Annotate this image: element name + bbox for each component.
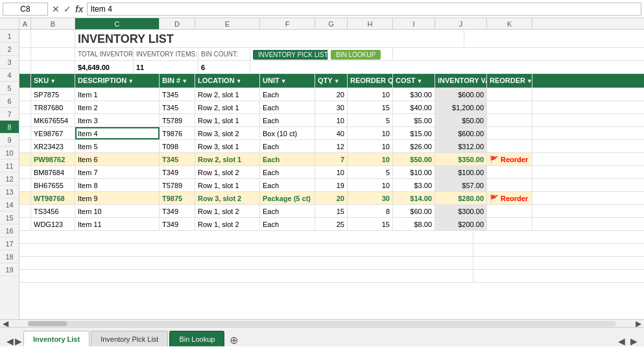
bin-dropdown-icon[interactable]: ▼ (182, 78, 187, 84)
cell-a-2[interactable] (19, 114, 31, 126)
cell-reorder-8[interactable]: 🚩 Reorder (487, 192, 532, 204)
col-header-b[interactable]: B (31, 18, 75, 29)
cell-bin-9[interactable]: T349 (160, 205, 195, 217)
cell-bin-1[interactable]: T345 (160, 101, 195, 113)
cell-bin-2[interactable]: T5789 (160, 114, 195, 126)
cell-cost-0[interactable]: $30.00 (393, 88, 435, 101)
data-row-3[interactable]: MK676554 Item 3 T5789 Row 1, slot 1 Each… (19, 114, 644, 127)
cell-cost-6[interactable]: $10.00 (393, 166, 435, 178)
cell-qty-10[interactable]: 25 (315, 218, 348, 230)
inv-pick-list-button[interactable]: INVENTORY PICK LIST (253, 50, 328, 60)
cell-loc-2[interactable]: Row 1, slot 1 (195, 114, 260, 126)
col-header-f[interactable]: F (260, 18, 315, 29)
cell-qty-9[interactable]: 15 (315, 205, 348, 217)
cell-a2[interactable] (19, 48, 31, 60)
cell-qty-5[interactable]: 7 (315, 153, 348, 165)
tab-inventory-pick-list[interactable]: Inventory Pick List (91, 331, 168, 346)
cell-reference[interactable] (3, 3, 48, 16)
cell-unit-2[interactable]: Each (260, 114, 315, 126)
col-header-g[interactable]: G (315, 18, 348, 29)
cell-sku-8[interactable]: WT98768 (31, 192, 75, 204)
cell-sku-9[interactable]: TS3456 (31, 205, 75, 217)
scrollbar-track[interactable] (28, 321, 616, 326)
data-row-5[interactable]: XR23423 Item 5 T098 Row 3, slot 1 Each 1… (19, 140, 644, 153)
cell-desc-9[interactable]: Item 10 (75, 205, 160, 217)
col-header-a[interactable]: A (19, 18, 31, 29)
cell-bin-8[interactable]: T9875 (160, 192, 195, 204)
cell-a-7[interactable] (19, 179, 31, 191)
cell-unit-1[interactable]: Each (260, 101, 315, 113)
cell-reorder-4[interactable] (487, 140, 532, 152)
cell-a-3[interactable] (19, 127, 31, 139)
cell-desc-10[interactable]: Item 11 (75, 218, 160, 230)
tab-nav-prev[interactable]: ◀ (6, 336, 14, 346)
cell-loc-8[interactable]: Row 3, slot 2 (195, 192, 260, 204)
cell-cost-1[interactable]: $40.00 (393, 101, 435, 113)
cell-cost-2[interactable]: $5.00 (393, 114, 435, 126)
cell-sku-5[interactable]: PW98762 (31, 153, 75, 165)
col-header-j[interactable]: J (435, 18, 487, 29)
cell-a-4[interactable] (19, 140, 31, 152)
cell-invvalue-0[interactable]: $600.00 (435, 88, 487, 101)
horizontal-scrollbar[interactable]: ◀ ▶ (0, 319, 644, 327)
inv-pick-list-btn-cell[interactable]: INVENTORY PICK LIST (250, 48, 328, 60)
loc-dropdown-icon[interactable]: ▼ (236, 78, 242, 84)
cell-reorderqty-3[interactable]: 10 (348, 127, 393, 139)
data-row-2[interactable]: TR87680 Item 2 T345 Row 2, slot 1 Each 3… (19, 101, 644, 114)
cell-invvalue-6[interactable]: $100.00 (435, 166, 487, 178)
cell-bin-10[interactable]: T349 (160, 218, 195, 230)
cell-a-9[interactable] (19, 205, 31, 217)
cell-cost-3[interactable]: $15.00 (393, 127, 435, 139)
cell-reorder-9[interactable] (487, 205, 532, 217)
cell-sku-6[interactable]: BM87684 (31, 166, 75, 178)
cell-reorder-10[interactable] (487, 218, 532, 230)
cell-sku-0[interactable]: SP7875 (31, 88, 75, 101)
cell-invvalue-3[interactable]: $600.00 (435, 127, 487, 139)
cell-bin-4[interactable]: T098 (160, 140, 195, 152)
cell-loc-3[interactable]: Row 3, slot 2 (195, 127, 260, 139)
cell-loc-9[interactable]: Row 1, slot 2 (195, 205, 260, 217)
tabs-scroll-right[interactable]: ▶ (630, 336, 638, 346)
cell-reorderqty-7[interactable]: 10 (348, 179, 393, 191)
cost-dropdown-icon[interactable]: ▼ (417, 78, 423, 84)
cell-a3[interactable] (19, 61, 31, 73)
cell-sku-2[interactable]: MK676554 (31, 114, 75, 126)
cell-unit-10[interactable]: Each (260, 218, 315, 230)
tab-bin-lookup[interactable]: Bin Lookup (169, 331, 224, 346)
cell-reorder-6[interactable] (487, 166, 532, 178)
cell-bin-0[interactable]: T345 (160, 88, 195, 101)
cell-a-8[interactable] (19, 192, 31, 204)
reorder-dropdown-icon[interactable]: ▼ (527, 78, 532, 84)
cell-loc-7[interactable]: Row 1, slot 1 (195, 179, 260, 191)
scrollbar-thumb[interactable] (28, 321, 67, 326)
unit-dropdown-icon[interactable]: ▼ (281, 78, 287, 84)
cell-loc-4[interactable]: Row 3, slot 1 (195, 140, 260, 152)
cell-unit-9[interactable]: Each (260, 205, 315, 217)
cell-unit-0[interactable]: Each (260, 88, 315, 101)
col-header-e[interactable]: E (195, 18, 260, 29)
cell-b2[interactable] (31, 48, 75, 60)
cancel-icon[interactable]: ✕ (52, 4, 60, 14)
scroll-right-arrow[interactable]: ▶ (636, 319, 641, 328)
cell-invvalue-10[interactable]: $200.00 (435, 218, 487, 230)
cell-a-5[interactable] (19, 153, 31, 165)
scroll-left-arrow[interactable]: ◀ (3, 319, 8, 328)
bin-lookup-button[interactable]: BIN LOOKUP (331, 50, 381, 60)
cell-sku-10[interactable]: WDG123 (31, 218, 75, 230)
cell-bin-3[interactable]: T9876 (160, 127, 195, 139)
cell-reorderqty-10[interactable]: 15 (348, 218, 393, 230)
cell-b3[interactable] (31, 61, 75, 73)
cell-unit-3[interactable]: Box (10 ct) (260, 127, 315, 139)
cell-cost-8[interactable]: $14.00 (393, 192, 435, 204)
cell-qty-2[interactable]: 10 (315, 114, 348, 126)
bin-lookup-btn-cell[interactable]: BIN LOOKUP (328, 48, 393, 60)
cell-loc-10[interactable]: Row 1, slot 2 (195, 218, 260, 230)
cell-cost-9[interactable]: $60.00 (393, 205, 435, 217)
cell-sku-3[interactable]: YE98767 (31, 127, 75, 139)
cell-sku-1[interactable]: TR87680 (31, 101, 75, 113)
data-row-1[interactable]: SP7875 Item 1 T345 Row 2, slot 1 Each 20… (19, 88, 644, 101)
cell-reorderqty-5[interactable]: 10 (348, 153, 393, 165)
formula-input[interactable] (87, 3, 641, 16)
cell-invvalue-5[interactable]: $350.00 (435, 153, 487, 165)
cell-qty-1[interactable]: 30 (315, 101, 348, 113)
